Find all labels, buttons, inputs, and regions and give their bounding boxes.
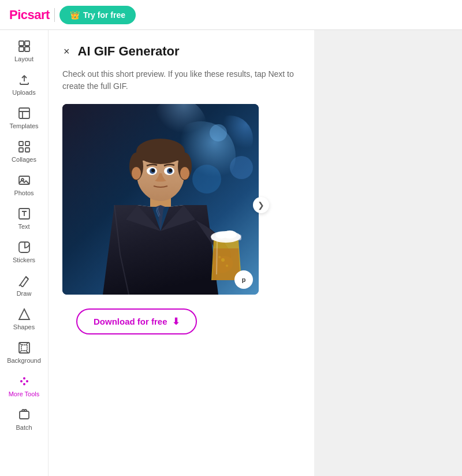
- svg-point-27: [192, 165, 221, 194]
- svg-rect-7: [19, 148, 23, 152]
- header-divider: [54, 8, 55, 22]
- svg-rect-6: [25, 142, 29, 146]
- sidebar-item-uploads[interactable]: Uploads: [2, 68, 46, 101]
- svg-point-47: [221, 258, 225, 262]
- chevron-right-icon: ❯: [258, 200, 264, 210]
- text-icon: [17, 207, 31, 221]
- svg-point-40: [151, 169, 155, 172]
- sidebar-item-shapes[interactable]: Shapes: [2, 303, 46, 335]
- sidebar-label-text: Text: [18, 223, 29, 230]
- sidebar-item-collages[interactable]: Collages: [2, 135, 46, 168]
- download-icon: ⬇: [172, 316, 180, 327]
- sidebar-item-more-tools[interactable]: More Tools: [2, 370, 46, 402]
- try-for-free-button[interactable]: 👑 Try for free: [59, 6, 136, 24]
- svg-rect-5: [19, 142, 23, 146]
- svg-point-17: [23, 377, 25, 380]
- collages-icon: [17, 140, 31, 154]
- preview-image: p: [62, 104, 259, 295]
- sidebar-label-templates: Templates: [9, 122, 38, 129]
- close-icon: ×: [64, 46, 70, 58]
- sidebar-label-stickers: Stickers: [13, 256, 35, 263]
- sidebar-label-batch: Batch: [16, 424, 32, 431]
- shapes-icon: [17, 307, 31, 321]
- svg-point-35: [180, 167, 189, 180]
- svg-point-48: [226, 265, 228, 267]
- ai-gif-panel: × AI GIF Generator Check out this short …: [49, 30, 314, 476]
- crown-icon: 👑: [70, 10, 80, 20]
- svg-rect-20: [20, 411, 29, 419]
- svg-point-49: [218, 256, 221, 258]
- svg-marker-13: [19, 309, 29, 319]
- uploads-icon: [17, 73, 31, 87]
- sidebar-item-background[interactable]: Background: [2, 336, 46, 369]
- svg-text:p: p: [242, 276, 246, 283]
- background-icon: [17, 341, 31, 355]
- svg-rect-8: [25, 148, 29, 152]
- sidebar-item-draw[interactable]: Draw: [2, 269, 46, 302]
- sidebar-item-templates[interactable]: Templates: [2, 102, 46, 134]
- try-button-label: Try for free: [83, 10, 125, 20]
- draw-icon: [17, 274, 31, 288]
- sidebar-label-uploads: Uploads: [12, 89, 35, 96]
- svg-point-19: [23, 383, 25, 385]
- batch-icon: [17, 408, 31, 422]
- sidebar-label-more-tools: More Tools: [9, 391, 40, 397]
- svg-point-46: [223, 230, 237, 239]
- main-area: × AI GIF Generator Check out this short …: [49, 30, 462, 476]
- sidebar-label-photos: Photos: [14, 189, 33, 196]
- more-tools-icon: [17, 374, 31, 388]
- svg-rect-4: [19, 108, 29, 118]
- sidebar-label-background: Background: [7, 357, 41, 364]
- sidebar: Layout Uploads Templates: [0, 30, 49, 476]
- gif-preview: p: [62, 104, 259, 295]
- svg-rect-33: [136, 151, 185, 161]
- svg-point-26: [210, 124, 227, 142]
- svg-rect-15: [21, 345, 27, 351]
- svg-rect-2: [19, 47, 24, 51]
- svg-rect-1: [25, 41, 29, 46]
- svg-point-18: [26, 380, 28, 382]
- svg-rect-0: [19, 41, 24, 46]
- sidebar-label-shapes: Shapes: [13, 323, 35, 330]
- photos-icon: [17, 173, 31, 187]
- svg-point-41: [169, 169, 172, 172]
- logo-text: Picsart: [9, 8, 50, 23]
- panel-header: × AI GIF Generator: [62, 44, 300, 59]
- picsart-badge: p: [234, 270, 253, 289]
- svg-rect-3: [25, 47, 29, 51]
- sidebar-item-layout[interactable]: Layout: [2, 35, 46, 67]
- sidebar-item-text[interactable]: Text: [2, 202, 46, 235]
- sidebar-label-collages: Collages: [12, 156, 36, 163]
- next-chevron-button[interactable]: ❯: [253, 197, 269, 213]
- logo: Picsart: [9, 8, 50, 23]
- panel-title: AI GIF Generator: [78, 44, 180, 59]
- sidebar-label-layout: Layout: [14, 55, 33, 62]
- app-header: Picsart 👑 Try for free: [0, 0, 462, 30]
- svg-point-34: [132, 167, 141, 180]
- sidebar-item-batch[interactable]: Batch: [2, 403, 46, 436]
- sidebar-item-photos[interactable]: Photos: [2, 169, 46, 201]
- close-button[interactable]: ×: [62, 44, 71, 59]
- svg-point-16: [20, 380, 23, 382]
- download-label: Download for free: [94, 317, 167, 326]
- sidebar-item-stickers[interactable]: Stickers: [2, 236, 46, 268]
- panel-description: Check out this short preview. If you lik…: [62, 68, 300, 92]
- stickers-icon: [17, 240, 31, 254]
- sidebar-label-draw: Draw: [17, 290, 32, 297]
- svg-point-25: [230, 156, 253, 179]
- layout-icon: [17, 39, 31, 53]
- preview-wrapper: p ❯: [62, 104, 259, 306]
- templates-icon: [17, 106, 31, 120]
- download-button[interactable]: Download for free ⬇: [76, 308, 197, 334]
